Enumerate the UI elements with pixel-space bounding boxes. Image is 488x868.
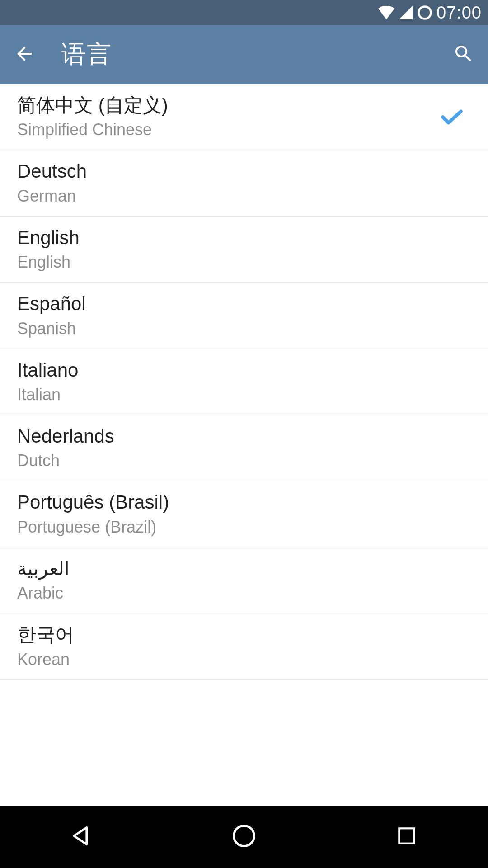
- back-button[interactable]: [10, 40, 39, 69]
- language-text-group: DeutschGerman: [17, 160, 471, 206]
- language-row[interactable]: NederlandsDutch: [0, 415, 488, 481]
- nav-back-button[interactable]: [54, 810, 108, 864]
- language-native-label: Español: [17, 292, 471, 315]
- language-row[interactable]: ItalianoItalian: [0, 349, 488, 415]
- language-list: 简体中文 (自定义)Simplified ChineseDeutschGerma…: [0, 84, 488, 806]
- language-english-label: Italian: [17, 384, 471, 405]
- language-english-label: Simplified Chinese: [17, 119, 438, 140]
- language-text-group: 한국어Korean: [17, 623, 471, 669]
- circle-status-icon: [417, 5, 433, 21]
- language-text-group: EspañolSpanish: [17, 292, 471, 338]
- language-text-group: EnglishEnglish: [17, 226, 471, 272]
- page-title: 语言: [61, 38, 427, 71]
- search-button[interactable]: [449, 40, 478, 69]
- svg-point-1: [234, 826, 254, 846]
- language-text-group: ItalianoItalian: [17, 359, 471, 405]
- language-english-label: German: [17, 186, 471, 206]
- check-icon: [438, 104, 465, 131]
- language-native-label: 简体中文 (自定义): [17, 94, 438, 117]
- language-native-label: Deutsch: [17, 160, 471, 183]
- language-row[interactable]: 简体中文 (自定义)Simplified Chinese: [0, 84, 488, 150]
- status-bar: 07:00: [0, 0, 488, 25]
- svg-rect-2: [399, 828, 414, 843]
- language-english-label: Dutch: [17, 450, 471, 471]
- language-english-label: Portuguese (Brazil): [17, 517, 471, 537]
- language-text-group: Português (Brasil)Portuguese (Brazil): [17, 491, 471, 537]
- nav-home-button[interactable]: [217, 810, 271, 864]
- language-row[interactable]: DeutschGerman: [0, 150, 488, 216]
- language-native-label: Italiano: [17, 359, 471, 382]
- language-row[interactable]: العربيةArabic: [0, 547, 488, 613]
- language-text-group: 简体中文 (自定义)Simplified Chinese: [17, 94, 438, 140]
- clock-text: 07:00: [436, 3, 482, 23]
- language-row[interactable]: Português (Brasil)Portuguese (Brazil): [0, 481, 488, 547]
- system-nav-bar: [0, 806, 488, 868]
- language-english-label: Arabic: [17, 583, 471, 603]
- language-text-group: NederlandsDutch: [17, 425, 471, 471]
- language-row[interactable]: EnglishEnglish: [0, 217, 488, 283]
- arrow-left-icon: [14, 43, 35, 66]
- language-native-label: العربية: [17, 557, 471, 580]
- language-text-group: العربيةArabic: [17, 557, 471, 603]
- square-recent-icon: [395, 825, 418, 849]
- language-native-label: 한국어: [17, 623, 471, 646]
- cell-signal-icon: [399, 6, 413, 19]
- language-native-label: Nederlands: [17, 425, 471, 448]
- svg-point-0: [418, 7, 431, 19]
- circle-home-icon: [230, 822, 258, 851]
- language-native-label: Português (Brasil): [17, 491, 471, 514]
- language-row[interactable]: EspañolSpanish: [0, 283, 488, 349]
- app-bar: 语言: [0, 25, 488, 84]
- triangle-back-icon: [69, 823, 94, 850]
- search-icon: [453, 43, 474, 66]
- language-english-label: English: [17, 252, 471, 272]
- language-row[interactable]: 한국어Korean: [0, 613, 488, 679]
- language-native-label: English: [17, 226, 471, 249]
- language-english-label: Korean: [17, 649, 471, 670]
- nav-recent-button[interactable]: [380, 810, 434, 864]
- language-english-label: Spanish: [17, 318, 471, 339]
- wifi-icon: [378, 6, 395, 19]
